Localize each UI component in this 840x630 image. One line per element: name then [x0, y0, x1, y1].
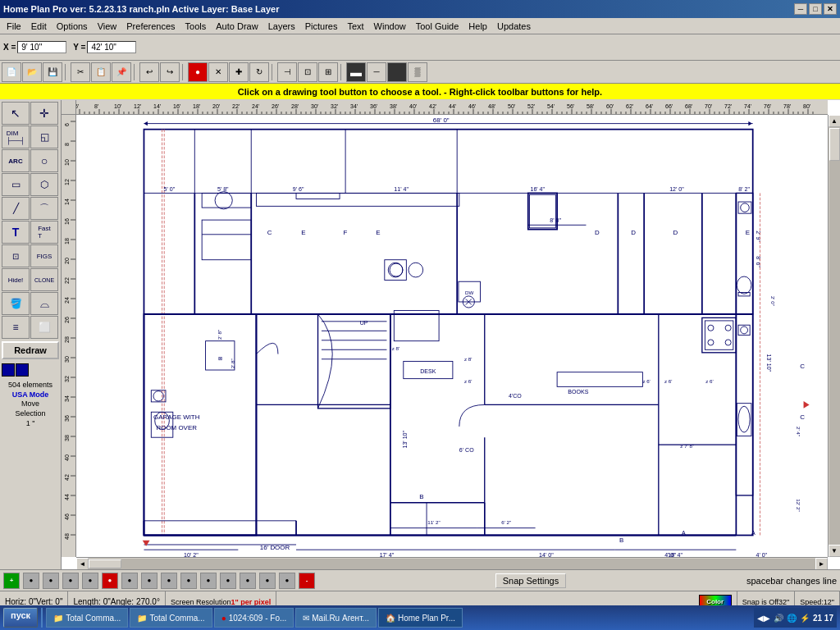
scale-button[interactable]: ⊡ — [298, 62, 317, 82]
menu-item-layers[interactable]: Layers — [263, 21, 300, 32]
snap-dot11[interactable]: ● — [220, 573, 236, 589]
taskbar-item-mail[interactable]: ✉ Mail.Ru Агент... — [295, 608, 377, 628]
undo-button[interactable]: ↩ — [139, 62, 159, 82]
canvas-area[interactable]: 68' 0" 5' 0" 5' 8" 9' 6" — [62, 100, 840, 569]
taskbar-item-total2[interactable]: 📁 Total Comma... — [130, 608, 212, 628]
scroll-thumb-right[interactable] — [829, 128, 840, 161]
menu-item-help[interactable]: Help — [463, 21, 492, 32]
figs-button[interactable]: ⊡ — [2, 244, 30, 267]
snap-dot6[interactable]: ● — [121, 573, 138, 589]
shape-button[interactable]: ⬜ — [30, 316, 58, 339]
dim-linear-button[interactable]: DIM├──┤ — [2, 126, 30, 148]
fill-button[interactable] — [387, 62, 407, 82]
scroll-up-button[interactable]: ▲ — [829, 115, 841, 127]
start-button[interactable]: пуск — [3, 608, 38, 628]
snap-dot12[interactable]: ● — [240, 573, 256, 589]
text-button[interactable]: T — [2, 221, 30, 244]
rotate-button[interactable]: ↻ — [249, 62, 269, 82]
menu-item-text[interactable]: Text — [342, 21, 368, 32]
scroll-right-button[interactable]: ► — [815, 558, 828, 570]
redraw-button[interactable]: Redraw — [2, 341, 59, 359]
zoom-in-button[interactable]: ● — [188, 62, 208, 82]
snap-dot10[interactable]: ● — [200, 573, 217, 589]
new-button[interactable]: 📄 — [2, 62, 21, 82]
snap-dot8[interactable]: ● — [161, 573, 177, 589]
open-button[interactable]: 📂 — [22, 62, 42, 82]
pattern-button[interactable]: ▒ — [408, 62, 427, 82]
svg-text:E: E — [746, 229, 750, 236]
svg-text:68' 0": 68' 0" — [433, 116, 450, 124]
snap-settings-button[interactable]: Snap Settings — [495, 573, 567, 588]
menu-item-updates[interactable]: Updates — [492, 21, 536, 32]
menu-item-view[interactable]: View — [93, 21, 122, 32]
taskbar-item-browser[interactable]: ● 1024:609 - Fo... — [214, 608, 294, 628]
y-coord-field: Y = 42' 10" — [73, 41, 136, 53]
menu-item-tools[interactable]: Tools — [180, 21, 212, 32]
minimize-button[interactable]: ─ — [794, 3, 807, 15]
redo-button[interactable]: ↪ — [160, 62, 180, 82]
scroll-track-right[interactable] — [829, 127, 840, 545]
select-arrow-button[interactable]: ↖ — [2, 102, 30, 125]
hatch-button[interactable]: ≡ — [2, 316, 30, 339]
snap-dot1[interactable]: ● — [23, 573, 39, 589]
grid-button[interactable]: ⊞ — [318, 62, 338, 82]
snap-dot4[interactable]: ● — [82, 573, 98, 589]
scrollbar-right[interactable]: ▲ ▼ — [828, 115, 840, 557]
menu-item-pictures[interactable]: Pictures — [300, 21, 343, 32]
circle-button[interactable]: ○ — [30, 149, 58, 172]
line-style-2-button[interactable]: ─ — [367, 62, 386, 82]
drawing-area[interactable]: 68' 0" 5' 0" 5' 8" 9' 6" — [76, 115, 828, 557]
snap-dot14[interactable]: ● — [279, 573, 295, 589]
snap-dot3[interactable]: ● — [62, 573, 79, 589]
menu-item-window[interactable]: Window — [369, 21, 411, 32]
menu-item-preferences[interactable]: Preferences — [121, 21, 180, 32]
taskbar-item-total1[interactable]: 📁 Total Comma... — [46, 608, 128, 628]
mirror-button[interactable]: ⊣ — [277, 62, 297, 82]
delete-button[interactable]: ✕ — [208, 62, 228, 82]
select-region-button[interactable]: ✛ — [30, 102, 58, 125]
move-button[interactable]: ✚ — [229, 62, 249, 82]
save-button[interactable]: 💾 — [43, 62, 62, 82]
menu-item-options[interactable]: Options — [52, 21, 93, 32]
maximize-button[interactable]: □ — [809, 3, 822, 15]
snap-dot7[interactable]: ● — [141, 573, 158, 589]
figs2-button[interactable]: FIGS — [30, 244, 58, 267]
cut-button[interactable]: ✂ — [71, 62, 90, 82]
angle-button[interactable]: ⌒ — [30, 197, 58, 220]
scroll-thumb-bottom[interactable] — [89, 559, 121, 568]
clone-button[interactable]: CLONE — [30, 268, 58, 291]
copy-button[interactable]: 📋 — [91, 62, 111, 82]
poly-button[interactable]: ⬡ — [30, 173, 58, 196]
curve-button[interactable]: ⌓ — [30, 292, 58, 315]
resolution-value: 1" per pixel — [231, 598, 271, 606]
snap-dot5[interactable]: ● — [102, 573, 118, 589]
color-box-1[interactable] — [2, 363, 15, 377]
snap-minus-button[interactable]: - — [299, 573, 315, 589]
snap-add-button[interactable]: + — [3, 573, 20, 589]
fast-text-button[interactable]: FastT — [30, 221, 58, 244]
hide-button[interactable]: Hide! — [2, 268, 30, 291]
arc-button[interactable]: ARC — [2, 149, 30, 172]
svg-text:12' 0": 12' 0" — [669, 186, 684, 192]
line-button[interactable]: ╱ — [2, 197, 30, 220]
snap-dot2[interactable]: ● — [43, 573, 59, 589]
snap-dot9[interactable]: ● — [180, 573, 197, 589]
line-style-button[interactable]: ▬ — [346, 62, 366, 82]
menu-item-tool-guide[interactable]: Tool Guide — [411, 21, 464, 32]
menu-item-file[interactable]: File — [2, 21, 26, 32]
menu-item-edit[interactable]: Edit — [26, 21, 52, 32]
snap-dot13[interactable]: ● — [259, 573, 276, 589]
dim-shape-button[interactable]: ◱ — [30, 126, 58, 148]
taskbar-item-homeplan[interactable]: 🏠 Home Plan Pr... — [378, 608, 463, 628]
toolbar-separator-4 — [272, 64, 275, 80]
color-box-2[interactable] — [16, 363, 29, 377]
scroll-track-bottom[interactable] — [89, 559, 815, 569]
paint-button[interactable]: 🪣 — [2, 292, 30, 315]
paste-button[interactable]: 📌 — [112, 62, 131, 82]
close-button[interactable]: ✕ — [824, 3, 837, 15]
scroll-down-button[interactable]: ▼ — [829, 545, 841, 557]
scrollbar-bottom[interactable]: ◄ ► — [76, 557, 828, 569]
rect-button[interactable]: ▭ — [2, 173, 30, 196]
menu-item-auto-draw[interactable]: Auto Draw — [211, 21, 262, 32]
scroll-left-button[interactable]: ◄ — [76, 558, 89, 570]
